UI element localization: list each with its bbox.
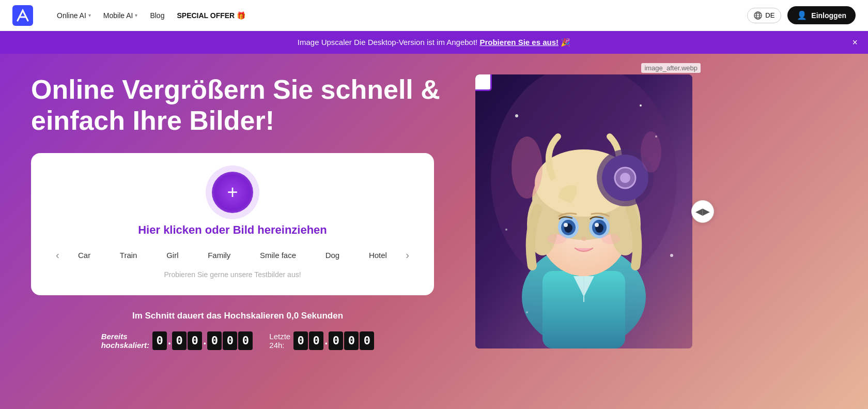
sample-item-car[interactable]: Car bbox=[74, 248, 95, 263]
nav-links: Online AI ▾ Mobile AI ▾ Blog SPECIAL OFF… bbox=[52, 8, 251, 23]
banner-text: Image Upscaler Die Desktop-Version ist i… bbox=[298, 38, 570, 47]
digit: 0 bbox=[188, 331, 202, 350]
user-icon: 👤 bbox=[797, 10, 807, 20]
svg-point-23 bbox=[548, 234, 566, 244]
upload-area: + Hier klicken oder Bild hereinziehen bbox=[48, 172, 417, 237]
globe-icon bbox=[754, 11, 762, 20]
digit: 0 bbox=[344, 331, 359, 350]
dot-separator: . bbox=[168, 334, 171, 347]
already-upscaled-group: Bereitshochskaliert: 0 . 0 0 . 0 0 0 bbox=[101, 331, 253, 350]
svg-point-34 bbox=[526, 311, 528, 313]
stats-bar: Im Schnitt dauert das Hochskalieren 0,0 … bbox=[31, 311, 444, 350]
chevron-down-icon: ▾ bbox=[135, 12, 137, 18]
blog-nav[interactable]: Blog bbox=[145, 8, 169, 23]
sample-item-family[interactable]: Family bbox=[204, 248, 235, 263]
preview-image bbox=[475, 74, 692, 349]
dot-separator: . bbox=[324, 334, 328, 347]
banner-close-button[interactable]: × bbox=[852, 37, 858, 48]
digit: 0 bbox=[223, 331, 237, 350]
sample-row: ‹ Car Train Girl Family Smile face Dog H… bbox=[48, 247, 417, 263]
banner-link[interactable]: Probieren Sie es aus! bbox=[479, 38, 559, 47]
stats-counters: Bereitshochskaliert: 0 . 0 0 . 0 0 0 Let… bbox=[101, 331, 375, 350]
digit: 0 bbox=[309, 331, 323, 350]
digit: 0 bbox=[360, 331, 374, 350]
already-digits: 0 . 0 0 . 0 0 0 bbox=[152, 331, 253, 350]
hero-title: Online Vergrößern Sie schnell & einfach … bbox=[31, 74, 444, 137]
sample-item-smile[interactable]: Smile face bbox=[256, 248, 300, 263]
chevron-down-icon: ▾ bbox=[88, 12, 91, 18]
sample-item-girl[interactable]: Girl bbox=[162, 248, 182, 263]
hero-left: Online Vergrößern Sie schnell & einfach … bbox=[31, 74, 444, 350]
last24-digits: 0 0 . 0 0 0 bbox=[293, 331, 374, 350]
last24-group: Letzte24h: 0 0 . 0 0 0 bbox=[269, 331, 374, 350]
digit: 0 bbox=[238, 331, 253, 350]
special-offer-nav[interactable]: SPECIAL OFFER 🎁 bbox=[172, 8, 251, 23]
preview-compare-button[interactable]: ◀▶ bbox=[691, 200, 714, 223]
digit: 0 bbox=[172, 331, 187, 350]
already-label: Bereitshochskaliert: bbox=[101, 332, 149, 350]
sample-hint: Probieren Sie gerne unsere Testbilder au… bbox=[48, 270, 417, 279]
last24-label: Letzte24h: bbox=[269, 332, 290, 350]
hero-section: Online Vergrößern Sie schnell & einfach … bbox=[0, 54, 868, 409]
sample-item-hotel[interactable]: Hotel bbox=[365, 248, 391, 263]
svg-point-21 bbox=[595, 223, 599, 227]
sample-item-dog[interactable]: Dog bbox=[321, 248, 344, 263]
svg-point-32 bbox=[670, 254, 673, 257]
sample-next-button[interactable]: › bbox=[401, 247, 413, 263]
svg-point-24 bbox=[601, 234, 620, 244]
svg-point-36 bbox=[641, 131, 661, 173]
promo-banner: Image Upscaler Die Desktop-Version ist i… bbox=[0, 31, 868, 54]
logo-icon bbox=[12, 5, 33, 26]
language-button[interactable]: DE bbox=[747, 8, 781, 23]
svg-point-31 bbox=[505, 229, 507, 231]
svg-point-33 bbox=[640, 104, 642, 107]
upload-box: + Hier klicken oder Bild hereinziehen ‹ … bbox=[31, 153, 434, 295]
image-after-label: image_after.webp bbox=[641, 63, 701, 73]
svg-point-35 bbox=[512, 137, 542, 199]
digit: 0 bbox=[329, 331, 343, 350]
nav-right: DE 👤 Einloggen bbox=[747, 6, 856, 24]
logo[interactable] bbox=[12, 5, 35, 26]
svg-point-22 bbox=[581, 237, 586, 241]
sample-prev-button[interactable]: ‹ bbox=[52, 247, 64, 263]
digit: 0 bbox=[207, 331, 222, 350]
logo-svg bbox=[16, 8, 30, 23]
upload-button[interactable]: + bbox=[212, 172, 253, 213]
sample-item-train[interactable]: Train bbox=[116, 248, 142, 263]
navbar: Online AI ▾ Mobile AI ▾ Blog SPECIAL OFF… bbox=[0, 0, 868, 31]
digit: 0 bbox=[152, 331, 167, 350]
preview-corner-handle[interactable] bbox=[475, 74, 492, 91]
digit: 0 bbox=[293, 331, 308, 350]
sample-items: Car Train Girl Family Smile face Dog Hot… bbox=[64, 248, 402, 263]
login-button[interactable]: 👤 Einloggen bbox=[787, 6, 856, 24]
hero-right: image_after.webp bbox=[465, 74, 703, 349]
svg-point-20 bbox=[564, 223, 568, 227]
mobile-ai-nav[interactable]: Mobile AI ▾ bbox=[98, 8, 143, 23]
plus-icon: + bbox=[227, 183, 238, 202]
online-ai-nav[interactable]: Online AI ▾ bbox=[52, 8, 96, 23]
dot-separator: . bbox=[203, 334, 206, 347]
svg-point-29 bbox=[515, 114, 518, 117]
svg-point-28 bbox=[620, 173, 630, 183]
preview-image-frame bbox=[475, 74, 692, 349]
stats-time: Im Schnitt dauert das Hochskalieren 0,0 … bbox=[132, 311, 343, 321]
upload-label[interactable]: Hier klicken oder Bild hereinziehen bbox=[138, 223, 327, 237]
